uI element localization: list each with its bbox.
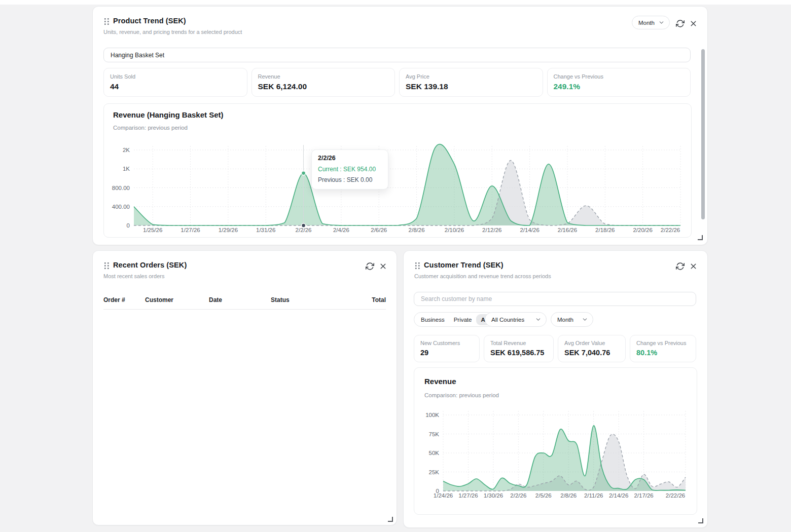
stat-card-new-customers: New Customers 29 [414, 335, 480, 362]
resize-handle[interactable] [698, 235, 703, 240]
refresh-icon [676, 19, 685, 28]
period-select-value: Month [638, 20, 655, 26]
drag-handle-icon[interactable] [104, 262, 110, 270]
refresh-icon [676, 262, 685, 271]
close-button[interactable] [689, 262, 698, 271]
customer-search-input[interactable] [414, 292, 696, 306]
series-area-current [134, 144, 680, 225]
stat-card-change: Change vs Previous 249.1% [547, 68, 691, 97]
orders-table: Order # Customer Date Status Total [103, 293, 386, 310]
drag-handle-icon[interactable] [415, 262, 420, 270]
svg-text:2/14/26: 2/14/26 [609, 492, 628, 499]
svg-text:1/30/26: 1/30/26 [484, 492, 503, 499]
svg-text:50K: 50K [429, 450, 440, 456]
svg-text:2/20/26: 2/20/26 [633, 227, 652, 233]
svg-text:400.00: 400.00 [112, 204, 130, 210]
close-icon [689, 19, 698, 28]
customer-revenue-chart: 025K50K75K100K1/24/261/27/261/30/262/2/2… [414, 368, 697, 514]
svg-text:2/22/26: 2/22/26 [666, 492, 685, 499]
svg-text:2/18/26: 2/18/26 [595, 227, 615, 233]
country-select[interactable]: All Countries [485, 312, 547, 327]
scrollbar-thumb[interactable] [701, 49, 705, 219]
stat-card-avg-price: Avg Price SEK 139.18 [399, 68, 543, 97]
svg-text:1/25/26: 1/25/26 [143, 227, 162, 233]
stat-value: 29 [420, 349, 473, 357]
column-header-total: Total [334, 293, 386, 310]
column-header-status: Status [271, 293, 334, 310]
refresh-button[interactable] [366, 262, 374, 271]
svg-text:1/24/26: 1/24/26 [434, 492, 453, 499]
period-select[interactable]: Month [632, 16, 670, 29]
refresh-button[interactable] [676, 19, 685, 28]
stat-value: 249.1% [554, 82, 685, 91]
svg-text:2/2/26: 2/2/26 [296, 227, 312, 233]
close-icon [689, 262, 698, 271]
page-top-strip [0, 0, 791, 5]
close-button[interactable] [379, 262, 387, 271]
svg-text:2/5/26: 2/5/26 [535, 492, 552, 499]
tooltip-date: 2/2/26 [318, 155, 382, 162]
stat-card-avg-order-value: Avg Order Value SEK 7,040.76 [558, 335, 626, 362]
chart-tooltip: 2/2/26 Current : SEK 954.00 Previous : S… [311, 149, 388, 189]
svg-text:1/31/26: 1/31/26 [256, 227, 275, 233]
tooltip-previous: Previous : SEK 0.00 [318, 176, 382, 183]
stat-value: 80.1% [636, 349, 690, 357]
refresh-button[interactable] [676, 262, 685, 271]
svg-text:2/22/26: 2/22/26 [661, 227, 680, 233]
stat-value: 44 [110, 82, 241, 91]
chevron-down-icon [658, 19, 665, 26]
svg-text:1K: 1K [123, 166, 130, 172]
svg-text:2/10/26: 2/10/26 [445, 227, 464, 233]
svg-text:2/11/26: 2/11/26 [584, 492, 603, 499]
stat-card-revenue: Revenue SEK 6,124.00 [251, 68, 396, 97]
customer-type-segmented-control: BusinessPrivateAll [414, 312, 495, 327]
stat-value: SEK 6,124.00 [258, 82, 389, 91]
refresh-icon [366, 262, 374, 271]
stat-label: Avg Price [406, 73, 536, 80]
svg-text:800.00: 800.00 [112, 185, 130, 191]
product-stats-row: Units Sold 44 Revenue SEK 6,124.00 Avg P… [103, 68, 691, 97]
period-select-value: Month [557, 317, 573, 323]
stat-value: SEK 7,040.76 [564, 349, 619, 357]
panel-title: Product Trend (SEK) [113, 17, 186, 25]
tooltip-current: Current : SEK 954.00 [318, 166, 382, 173]
stat-card-change: Change vs Previous 80.1% [630, 335, 696, 362]
stat-label: Avg Order Value [564, 340, 619, 346]
stat-value: SEK 619,586.75 [490, 349, 547, 357]
series-area-previous [134, 160, 680, 225]
svg-text:0: 0 [127, 222, 130, 229]
svg-text:1/27/26: 1/27/26 [458, 492, 478, 499]
svg-text:1/27/26: 1/27/26 [181, 227, 200, 233]
panel-recent-orders: Recent Orders (SEK) Most recent sales or… [92, 250, 397, 525]
panel-subtitle: Customer acquisition and revenue trend a… [414, 273, 551, 279]
close-button[interactable] [689, 19, 698, 28]
svg-text:2/16/26: 2/16/26 [558, 227, 577, 233]
panel-subtitle: Units, revenue, and pricing trends for a… [103, 29, 242, 35]
stat-value: SEK 139.18 [406, 82, 536, 91]
chart-grid [134, 146, 680, 225]
period-select[interactable]: Month [551, 312, 593, 327]
svg-text:2/8/26: 2/8/26 [560, 492, 577, 499]
stat-label: Change vs Previous [636, 340, 690, 346]
svg-text:2/14/26: 2/14/26 [520, 227, 539, 233]
segment-private[interactable]: Private [449, 314, 477, 325]
chevron-down-icon [535, 316, 542, 323]
product-input[interactable] [103, 48, 691, 62]
svg-text:2/2/26: 2/2/26 [510, 492, 526, 499]
drag-handle-icon[interactable] [104, 18, 110, 25]
svg-text:2/8/26: 2/8/26 [409, 227, 425, 233]
highlight-dot-current [302, 171, 306, 175]
segment-business[interactable]: Business [416, 314, 449, 325]
resize-handle[interactable] [388, 517, 393, 522]
svg-text:2/17/26: 2/17/26 [634, 492, 653, 499]
stat-label: New Customers [420, 340, 473, 346]
resize-handle[interactable] [698, 518, 703, 523]
panel-title: Customer Trend (SEK) [424, 261, 504, 269]
panel-customer-trend: Customer Trend (SEK) Customer acquisitio… [403, 250, 708, 528]
stat-card-units-sold: Units Sold 44 [103, 68, 247, 97]
stat-label: Change vs Previous [554, 73, 685, 80]
svg-text:1/29/26: 1/29/26 [219, 227, 238, 233]
svg-text:75K: 75K [429, 431, 440, 437]
column-header-date: Date [209, 293, 271, 310]
stat-label: Units Sold [110, 73, 241, 80]
